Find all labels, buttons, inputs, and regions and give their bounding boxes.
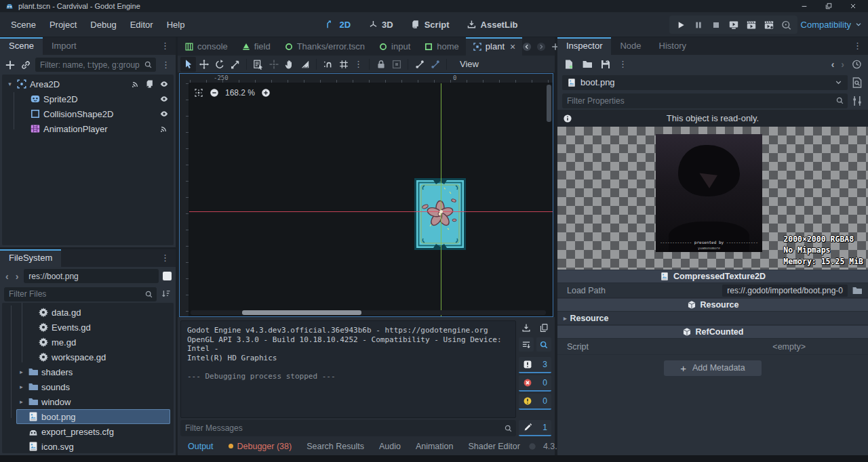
browse-path-icon[interactable] [852, 285, 863, 296]
toggle-split-mode-button[interactable] [163, 272, 172, 280]
menu-item[interactable]: Scene [4, 20, 43, 30]
visibility-icon[interactable] [159, 94, 169, 104]
zoom-out-icon[interactable] [210, 88, 219, 98]
add-metadata-button[interactable]: + Add Metadata [664, 360, 762, 376]
center-view-icon[interactable] [194, 88, 203, 98]
grid-snap-button[interactable] [336, 57, 351, 72]
file-row[interactable]: ▸ sounds [16, 379, 170, 394]
file-row[interactable]: ▸ boot.png [16, 409, 170, 424]
scene-tree-row[interactable]: ▾ CollisionShape2D [2, 106, 174, 121]
script-attached-icon[interactable] [145, 79, 155, 89]
scrollbar-thumb[interactable] [242, 310, 361, 315]
menu-item[interactable]: Project [43, 20, 83, 30]
view-menu-button[interactable]: View [456, 59, 483, 69]
minimize-icon[interactable] [800, 2, 808, 10]
resource-group[interactable]: ▸ Resource [557, 312, 868, 325]
canvas-area[interactable]: 168.2 % [189, 83, 553, 316]
visibility-icon[interactable] [159, 109, 169, 119]
expand-caret-icon[interactable]: ▸ [18, 383, 25, 390]
scene-tab[interactable]: console × [178, 37, 235, 56]
script-value[interactable]: <empty> [772, 342, 806, 352]
rotate-tool-button[interactable] [212, 57, 227, 72]
inspector-tab[interactable]: Node [611, 37, 650, 55]
workspace-tab[interactable]: 3D [362, 20, 399, 30]
filesystem-tab[interactable]: FileSystem [0, 249, 61, 267]
scene-tab[interactable]: plant × [466, 37, 522, 56]
scale-tool-button[interactable] [227, 57, 243, 72]
scene-tree-row[interactable]: ▾ Area2D [2, 77, 174, 91]
smart-snap-button[interactable] [320, 57, 336, 72]
scene-tab[interactable]: field × [235, 37, 277, 56]
sort-files-icon[interactable] [161, 289, 172, 299]
zoom-in-icon[interactable] [261, 88, 271, 98]
search-log-icon[interactable] [536, 337, 551, 352]
file-row[interactable]: ▸ me.gd [26, 335, 170, 350]
bottom-panel-tab[interactable]: Audio [372, 442, 408, 451]
visibility-icon[interactable] [159, 79, 169, 89]
prev-tab-icon[interactable] [522, 42, 532, 51]
zoom-level[interactable]: 168.2 % [225, 88, 255, 98]
file-row[interactable]: ▸ icon.svg [16, 439, 170, 453]
property-tools-icon[interactable] [851, 95, 863, 107]
maximize-icon[interactable] [825, 2, 833, 10]
menu-dots-icon[interactable]: ⋮ [847, 37, 868, 55]
lock-object-button[interactable] [373, 57, 389, 72]
workspace-tab[interactable]: 2D [319, 20, 357, 30]
diagnostic-badge[interactable]: 0 [519, 394, 551, 410]
close-tab-icon[interactable]: × [510, 41, 515, 52]
scene-tree-row[interactable]: ▾ AnimationPlayer [2, 121, 174, 136]
resource-options-icon[interactable]: ⋮ [618, 56, 627, 73]
filter-files-input[interactable] [4, 289, 157, 299]
scrollbar-thumb[interactable] [547, 85, 551, 122]
inspector-tab[interactable]: Inspector [557, 37, 611, 55]
2d-viewport[interactable]: -250 0 [179, 73, 553, 317]
scene-tree-row[interactable]: ▾ Sprite2D [2, 91, 174, 106]
bottom-panel-tab[interactable]: Shader Editor [460, 442, 527, 451]
close-icon[interactable] [849, 2, 857, 10]
history-forward-icon[interactable]: › [841, 60, 844, 69]
scene-tab[interactable]: input × [372, 37, 417, 56]
diagnostic-badge[interactable]: 0 [519, 375, 551, 392]
file-row[interactable]: ▸ shaders [16, 364, 170, 379]
vertical-scrollbar[interactable] [547, 85, 551, 308]
signal-icon[interactable] [159, 124, 169, 133]
bottom-panel-tab[interactable]: Search Results [299, 442, 372, 451]
move-tool-button[interactable] [196, 57, 212, 72]
instance-scene-button[interactable] [20, 60, 31, 70]
horizontal-scrollbar[interactable] [191, 310, 546, 315]
file-row[interactable]: ▸ data.gd [26, 305, 170, 320]
history-back-icon[interactable]: ‹ [831, 60, 835, 69]
expand-caret-icon[interactable]: ▾ [6, 81, 14, 87]
save-log-icon[interactable] [519, 320, 534, 335]
save-resource-icon[interactable] [600, 59, 611, 70]
nav-forward-icon[interactable]: › [14, 271, 20, 282]
new-resource-icon[interactable] [564, 59, 574, 70]
filter-messages-input[interactable] [180, 423, 516, 433]
movie-maker-button[interactable] [778, 18, 794, 33]
play-button[interactable] [673, 18, 688, 33]
card-sprite[interactable] [414, 178, 466, 250]
skeleton-button[interactable] [412, 57, 427, 72]
current-path-input[interactable] [24, 272, 159, 281]
nav-back-icon[interactable]: ‹ [4, 271, 10, 282]
workspace-tab[interactable]: AssetLib [461, 20, 524, 30]
play-scene-button[interactable] [743, 18, 759, 33]
load-resource-icon[interactable] [582, 59, 593, 70]
diagnostic-badge[interactable]: 3 [519, 357, 551, 373]
output-log[interactable]: Godot Engine v4.3.dev3.official.36e943b6… [180, 320, 516, 418]
pause-button[interactable] [690, 18, 706, 33]
load-path-value[interactable]: res://.godot/imported/boot.png-0 [722, 285, 848, 297]
expand-caret-icon[interactable]: ▸ [18, 398, 25, 405]
menu-item[interactable]: Editor [123, 20, 160, 30]
filter-properties-input[interactable] [562, 96, 848, 106]
add-node-button[interactable] [4, 59, 16, 71]
pan-tool-button[interactable] [281, 57, 297, 72]
select-tool-button[interactable] [180, 57, 196, 72]
scene-tab[interactable]: Thanks/error.tscn × [277, 37, 372, 56]
dock-tab[interactable]: Import [43, 37, 85, 55]
history-icon[interactable] [851, 59, 862, 70]
resource-selector[interactable]: boot.png [562, 75, 848, 90]
menu-dots-icon[interactable]: ⋮ [155, 37, 176, 55]
scene-tab[interactable]: home × [417, 37, 466, 56]
remote-debug-button[interactable] [726, 18, 741, 33]
